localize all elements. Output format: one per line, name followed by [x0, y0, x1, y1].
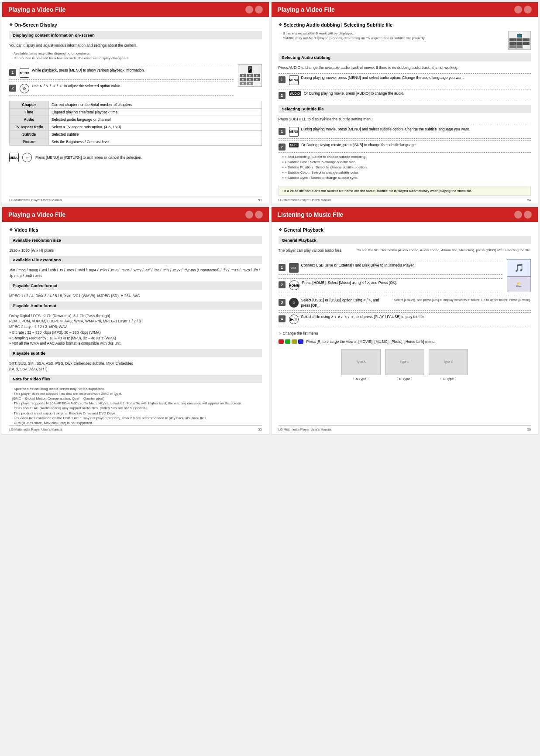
sub-opt-2: » Subtitle Size : Select to change subti… [282, 160, 531, 165]
page-grid: Playing a Video File On-Screen Display D… [0, 0, 540, 436]
audio-badge: AUDIO [289, 91, 302, 96]
circle-deco-br-2 [524, 211, 532, 219]
type-b-box: Type B 〈 B Type 〉 [385, 349, 424, 381]
music-step-2-inner: HOME Press [HOME], Select [Music] using … [289, 281, 398, 290]
change-list-with-buttons: Press [R] to change the view in [MOVIE],… [279, 339, 531, 345]
rb6: ▣ [254, 78, 260, 81]
dial-icon: ⊙ [20, 84, 29, 93]
file-list-img-text: 📂Files [516, 282, 522, 287]
panel-title-top-left: Playing a Video File [8, 6, 65, 13]
music-step-4-text: Select a file using ∧ / ∨ / ＜ / ＞, and p… [301, 315, 426, 320]
general-intro-right: To see the file information (Audio codec… [354, 248, 531, 256]
subtitle-step-1-inner: MENU During playing movie, press [MENU] … [289, 127, 470, 137]
rcell8 [516, 45, 523, 48]
subsection-box-audio: Selecting Audio dubbing [279, 53, 531, 62]
remote-image: 📱 ▣ ▣ ▣ ▣ ▣ ▣ ▣ ▣ [238, 64, 262, 87]
audio-menu-icon: MENU [289, 75, 299, 85]
sub-video-notes: Note for Video files [9, 375, 262, 383]
bottom-nav-note: MENU ↩ Press [MENU] or [RETURN] to exit … [9, 153, 262, 162]
color-btn-blue [298, 339, 303, 344]
table-row-tv: TV Aspect Ratio Select a TV aspect ratio… [10, 123, 262, 131]
table-val-chapter: Current chapter number/total number of c… [49, 101, 262, 109]
panel-header-top-left: Playing a Video File [2, 2, 269, 17]
color-buttons [279, 339, 304, 344]
subtitle-steps: 1 MENU During playing movie, press [MENU… [279, 125, 531, 153]
note-1: · Available items may differ depending o… [12, 51, 262, 56]
displaying-notes: · Available items may differ depending o… [9, 51, 262, 61]
vn-6: · HD video files contained on the USB 1.… [12, 416, 262, 421]
audio-step-1-text: During playing movie, press [MENU] and s… [301, 75, 465, 81]
sub-opt-1: » Text Encoding : Select to choose subti… [282, 154, 531, 160]
circle-deco-br-1 [514, 211, 522, 219]
table-key-time: Time [10, 109, 49, 116]
info-table: Chapter Current chapter number/total num… [9, 101, 262, 146]
rcell6 [523, 42, 530, 45]
change-list-label: ※ Change the list menu [279, 331, 531, 336]
panel-bottom-right: Listening to Music File General Playback… [271, 207, 539, 435]
type-c-label: 〈 C Type 〉 [438, 376, 458, 381]
table-key-subtitle: Subtitle [10, 131, 49, 138]
color-btn-red [279, 339, 284, 344]
remote-placeholder: 📱 ▣ ▣ ▣ ▣ ▣ ▣ ▣ ▣ [238, 64, 262, 97]
audio-steps: 1 MENU During playing movie, press [MENU… [279, 73, 531, 101]
intro-note-1: · If there is no subtitle ⊘ mark will be… [281, 31, 504, 36]
subtitle-step-2-inner: SUB. Or During playing movie, press [SUB… [289, 143, 417, 148]
music-step-2-left: 2 HOME Press [HOME], Select [Music] usin… [279, 277, 503, 294]
playable-subtitle-body: SRT, SUB, SMI, SSA, ASS, PGS, Divx Embed… [9, 361, 262, 372]
music-step-2-layout: 2 HOME Press [HOME], Select [Music] usin… [279, 277, 531, 294]
table-row-chapter: Chapter Current chapter number/total num… [10, 101, 262, 109]
subsection-box-subtitle: Selecting Subtitle file [279, 105, 531, 113]
table-val-tv: Select a TV aspect ratio option. (4:3, 1… [49, 123, 262, 131]
rcell5 [516, 42, 523, 45]
sub-opt-4: » Subtitle Color : Select to change subt… [282, 170, 531, 175]
music-steps: 1 USB Connect USB Drive or External Hard… [279, 259, 531, 326]
general-info-note: To see the file information (Audio codec… [357, 248, 531, 253]
video-notes-list: · Specific files including media server … [9, 387, 262, 426]
audio-right-remote: 📺 [508, 31, 531, 50]
home-icon: HOME [289, 281, 299, 290]
footer-top-left: LG Multimedia Player User's Manual 53 [9, 196, 262, 202]
panel-header-bottom-left: Playing a Video File [2, 207, 269, 222]
table-key-chapter: Chapter [10, 101, 49, 109]
play-pause-icon: ▶/II [289, 315, 299, 324]
subtitle-step-1-text: During playing movie, press [MENU] and s… [301, 127, 470, 132]
intro-notes: · If there is no subtitle ⊘ mark will be… [279, 31, 504, 41]
music-step-num-3: 3 [279, 299, 285, 306]
type-b-image: Type B [385, 349, 424, 375]
music-step-num-2: 2 [279, 281, 285, 288]
type-c-box: Type C 〈 C Type 〉 [429, 349, 468, 381]
footer-bottom-right: LG Multimedia Player User's Manual 56 [279, 425, 531, 431]
remote-image-tr: 📺 [508, 31, 531, 50]
subtitle-body: Press SUBTITLE to display/hide the subti… [279, 116, 531, 122]
bottom-note-text: Press [MENU] or [RETURN] to exit menu or… [35, 155, 142, 161]
music-step-3-inner: ⊙ Select [USB1] or [USB2] option using <… [289, 298, 531, 308]
panel-bottom-left: Playing a Video File Video files Availab… [2, 207, 269, 435]
audio-step-num-2: 2 [279, 92, 285, 99]
step-2-content: ⊙ Use ∧ / ∨ / ＜ / ＞ to adjust the select… [20, 84, 121, 93]
vn-2: (GMC – Global Motion Compensation, Qpel … [12, 396, 262, 401]
music-step-2: 2 HOME Press [HOME], Select [Music] usin… [279, 278, 503, 292]
audio-step-1-inner: MENU During playing movie, press [MENU] … [289, 75, 465, 85]
header-icon-group [245, 6, 263, 14]
section-title-general: General Playback [279, 227, 531, 233]
table-row-picture: Picture Sets the Brightness / Contrast l… [10, 138, 262, 146]
rcell1 [509, 38, 516, 41]
music-step-num-4: 4 [279, 315, 285, 322]
panel-header-top-right: Playing a Video File [272, 2, 538, 17]
music-step-1-left: 1 USB Connect USB Drive or External Hard… [279, 259, 503, 277]
music-icon: 🎵 [507, 259, 531, 277]
sub-playable-subtitle: Playable subtitle [9, 349, 262, 357]
table-val-subtitle: Selected subtitle [49, 131, 262, 138]
audio-section-layout: · If there is no subtitle ⊘ mark will be… [279, 31, 531, 50]
usb-icon-music: USB [289, 263, 299, 273]
music-icon-right: 🎵 [507, 259, 531, 277]
step-1-osd: 1 MENU While playback, press [MENU] to s… [9, 66, 234, 80]
audio-step-num-1: 1 [279, 76, 285, 83]
circle-deco-1 [245, 6, 253, 14]
sub-resolution: Available resolution size [9, 236, 262, 244]
rb8: ▣ [247, 82, 253, 85]
step-2-text: Use ∧ / ∨ / ＜ / ＞ to adjust the selected… [32, 84, 121, 89]
color-btn-green [285, 339, 290, 344]
rb5: ▣ [247, 78, 253, 81]
steps-with-remote: 1 MENU While playback, press [MENU] to s… [9, 64, 262, 97]
